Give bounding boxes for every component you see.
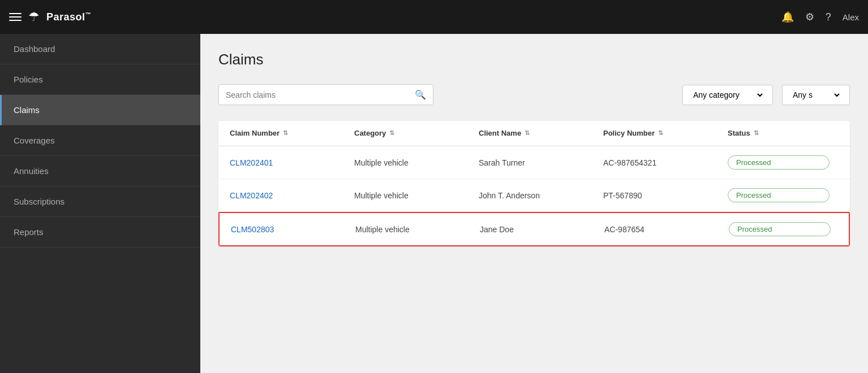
claims-table: Claim Number ⇅ Category ⇅ Client Name ⇅ … bbox=[218, 121, 850, 246]
col-category: Category ⇅ bbox=[354, 129, 479, 137]
sort-icon-category[interactable]: ⇅ bbox=[389, 129, 394, 137]
search-input[interactable] bbox=[226, 90, 415, 99]
sidebar: Dashboard Policies Claims Coverages Annu… bbox=[0, 34, 200, 373]
client-name-cell: John T. Anderson bbox=[479, 191, 603, 200]
table-row: CLM202402 Multiple vehicle John T. Ander… bbox=[218, 179, 850, 212]
filter-bar: 🔍 Any category Vehicle Multiple vehicle … bbox=[218, 84, 850, 105]
page-title: Claims bbox=[218, 51, 850, 68]
nav-left: ☂ Parasol™ bbox=[9, 10, 91, 24]
brand-name: Parasol™ bbox=[46, 11, 91, 23]
claim-number-link[interactable]: CLM202402 bbox=[230, 191, 354, 200]
policy-number-cell: PT-567890 bbox=[603, 191, 728, 200]
search-wrapper: 🔍 bbox=[218, 84, 433, 105]
sort-icon-client[interactable]: ⇅ bbox=[525, 129, 530, 137]
policy-number-cell: AC-987654 bbox=[604, 225, 729, 234]
sort-icon-claim[interactable]: ⇅ bbox=[283, 129, 288, 137]
sidebar-item-coverages[interactable]: Coverages bbox=[0, 125, 200, 156]
claim-number-link[interactable]: CLM202401 bbox=[230, 158, 354, 167]
claim-number-link[interactable]: CLM502803 bbox=[231, 225, 355, 234]
hamburger-menu[interactable] bbox=[9, 13, 22, 21]
top-navigation: ☂ Parasol™ 🔔 ⚙ ? Alex bbox=[0, 0, 868, 34]
col-claim-number: Claim Number ⇅ bbox=[230, 129, 354, 137]
client-name-cell: Jane Doe bbox=[480, 225, 604, 234]
status-dropdown[interactable]: Any s Processed Pending Rejected bbox=[782, 85, 850, 105]
help-icon[interactable]: ? bbox=[826, 11, 831, 23]
main-content: Claims 🔍 Any category Vehicle Multiple v… bbox=[200, 34, 868, 373]
sort-icon-status[interactable]: ⇅ bbox=[754, 129, 759, 137]
settings-icon[interactable]: ⚙ bbox=[805, 11, 814, 23]
table-header: Claim Number ⇅ Category ⇅ Client Name ⇅ … bbox=[218, 121, 850, 146]
logo-icon: ☂ bbox=[28, 10, 40, 24]
trademark: ™ bbox=[85, 11, 92, 18]
sidebar-item-annuities[interactable]: Annuities bbox=[0, 156, 200, 186]
col-status: Status ⇅ bbox=[728, 129, 830, 137]
client-name-cell: Sarah Turner bbox=[479, 158, 603, 167]
col-policy-number: Policy Number ⇅ bbox=[603, 129, 728, 137]
status-badge: Processed bbox=[729, 222, 831, 236]
category-dropdown[interactable]: Any category Vehicle Multiple vehicle Pr… bbox=[682, 85, 773, 105]
category-cell: Multiple vehicle bbox=[355, 225, 480, 234]
sidebar-item-claims[interactable]: Claims bbox=[0, 95, 200, 125]
col-client-name: Client Name ⇅ bbox=[479, 129, 603, 137]
sidebar-item-dashboard[interactable]: Dashboard bbox=[0, 34, 200, 64]
nav-right: 🔔 ⚙ ? Alex bbox=[781, 11, 859, 23]
table-row-highlighted[interactable]: CLM502803 Multiple vehicle Jane Doe AC-9… bbox=[218, 212, 850, 246]
sidebar-item-subscriptions[interactable]: Subscriptions bbox=[0, 186, 200, 217]
user-label[interactable]: Alex bbox=[843, 12, 859, 22]
category-cell: Multiple vehicle bbox=[354, 158, 479, 167]
status-select[interactable]: Any s Processed Pending Rejected bbox=[790, 90, 841, 100]
table-row: CLM202401 Multiple vehicle Sarah Turner … bbox=[218, 146, 850, 179]
sidebar-item-policies[interactable]: Policies bbox=[0, 64, 200, 95]
status-badge: Processed bbox=[728, 188, 830, 202]
notification-icon[interactable]: 🔔 bbox=[781, 11, 794, 23]
category-cell: Multiple vehicle bbox=[354, 191, 479, 200]
sidebar-item-reports[interactable]: Reports bbox=[0, 217, 200, 248]
main-layout: Dashboard Policies Claims Coverages Annu… bbox=[0, 34, 868, 373]
sort-icon-policy[interactable]: ⇅ bbox=[658, 129, 663, 137]
search-button[interactable]: 🔍 bbox=[415, 89, 426, 100]
policy-number-cell: AC-987654321 bbox=[603, 158, 728, 167]
brand-text: Parasol bbox=[46, 11, 85, 23]
category-select[interactable]: Any category Vehicle Multiple vehicle Pr… bbox=[691, 90, 764, 100]
status-badge: Processed bbox=[728, 155, 830, 170]
